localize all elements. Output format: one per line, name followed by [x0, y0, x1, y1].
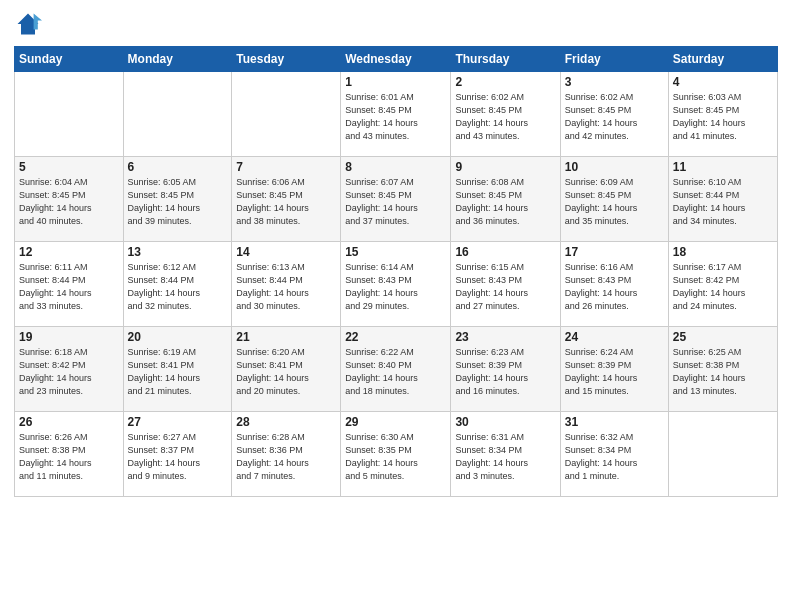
day-info: Sunrise: 6:26 AM Sunset: 8:38 PM Dayligh… — [19, 431, 119, 483]
day-info: Sunrise: 6:17 AM Sunset: 8:42 PM Dayligh… — [673, 261, 773, 313]
calendar-header-row: SundayMondayTuesdayWednesdayThursdayFrid… — [15, 47, 778, 72]
calendar-table: SundayMondayTuesdayWednesdayThursdayFrid… — [14, 46, 778, 497]
calendar-cell: 6Sunrise: 6:05 AM Sunset: 8:45 PM Daylig… — [123, 157, 232, 242]
calendar-cell: 1Sunrise: 6:01 AM Sunset: 8:45 PM Daylig… — [341, 72, 451, 157]
calendar-cell: 9Sunrise: 6:08 AM Sunset: 8:45 PM Daylig… — [451, 157, 560, 242]
day-number: 30 — [455, 415, 555, 429]
day-number: 23 — [455, 330, 555, 344]
day-number: 5 — [19, 160, 119, 174]
day-info: Sunrise: 6:04 AM Sunset: 8:45 PM Dayligh… — [19, 176, 119, 228]
calendar-cell: 24Sunrise: 6:24 AM Sunset: 8:39 PM Dayli… — [560, 327, 668, 412]
day-number: 29 — [345, 415, 446, 429]
day-number: 7 — [236, 160, 336, 174]
day-info: Sunrise: 6:16 AM Sunset: 8:43 PM Dayligh… — [565, 261, 664, 313]
calendar-weekday-header: Wednesday — [341, 47, 451, 72]
day-number: 14 — [236, 245, 336, 259]
day-info: Sunrise: 6:03 AM Sunset: 8:45 PM Dayligh… — [673, 91, 773, 143]
day-info: Sunrise: 6:22 AM Sunset: 8:40 PM Dayligh… — [345, 346, 446, 398]
header — [14, 10, 778, 38]
calendar-cell: 30Sunrise: 6:31 AM Sunset: 8:34 PM Dayli… — [451, 412, 560, 497]
calendar-cell — [232, 72, 341, 157]
day-info: Sunrise: 6:01 AM Sunset: 8:45 PM Dayligh… — [345, 91, 446, 143]
day-info: Sunrise: 6:02 AM Sunset: 8:45 PM Dayligh… — [565, 91, 664, 143]
day-info: Sunrise: 6:18 AM Sunset: 8:42 PM Dayligh… — [19, 346, 119, 398]
logo — [14, 10, 46, 38]
calendar-cell: 4Sunrise: 6:03 AM Sunset: 8:45 PM Daylig… — [668, 72, 777, 157]
calendar-cell — [15, 72, 124, 157]
calendar-cell: 10Sunrise: 6:09 AM Sunset: 8:45 PM Dayli… — [560, 157, 668, 242]
calendar-cell: 27Sunrise: 6:27 AM Sunset: 8:37 PM Dayli… — [123, 412, 232, 497]
day-number: 13 — [128, 245, 228, 259]
calendar-cell: 8Sunrise: 6:07 AM Sunset: 8:45 PM Daylig… — [341, 157, 451, 242]
day-number: 16 — [455, 245, 555, 259]
calendar-cell: 19Sunrise: 6:18 AM Sunset: 8:42 PM Dayli… — [15, 327, 124, 412]
day-number: 18 — [673, 245, 773, 259]
day-info: Sunrise: 6:05 AM Sunset: 8:45 PM Dayligh… — [128, 176, 228, 228]
day-number: 11 — [673, 160, 773, 174]
day-number: 28 — [236, 415, 336, 429]
day-info: Sunrise: 6:11 AM Sunset: 8:44 PM Dayligh… — [19, 261, 119, 313]
day-info: Sunrise: 6:23 AM Sunset: 8:39 PM Dayligh… — [455, 346, 555, 398]
calendar-week-row: 19Sunrise: 6:18 AM Sunset: 8:42 PM Dayli… — [15, 327, 778, 412]
calendar-cell: 28Sunrise: 6:28 AM Sunset: 8:36 PM Dayli… — [232, 412, 341, 497]
calendar-cell: 5Sunrise: 6:04 AM Sunset: 8:45 PM Daylig… — [15, 157, 124, 242]
day-number: 27 — [128, 415, 228, 429]
calendar-cell: 13Sunrise: 6:12 AM Sunset: 8:44 PM Dayli… — [123, 242, 232, 327]
day-info: Sunrise: 6:02 AM Sunset: 8:45 PM Dayligh… — [455, 91, 555, 143]
calendar-cell: 14Sunrise: 6:13 AM Sunset: 8:44 PM Dayli… — [232, 242, 341, 327]
calendar-cell: 15Sunrise: 6:14 AM Sunset: 8:43 PM Dayli… — [341, 242, 451, 327]
day-number: 9 — [455, 160, 555, 174]
calendar-cell: 11Sunrise: 6:10 AM Sunset: 8:44 PM Dayli… — [668, 157, 777, 242]
calendar-cell: 2Sunrise: 6:02 AM Sunset: 8:45 PM Daylig… — [451, 72, 560, 157]
calendar-cell — [668, 412, 777, 497]
calendar-cell: 7Sunrise: 6:06 AM Sunset: 8:45 PM Daylig… — [232, 157, 341, 242]
day-info: Sunrise: 6:09 AM Sunset: 8:45 PM Dayligh… — [565, 176, 664, 228]
calendar-cell: 22Sunrise: 6:22 AM Sunset: 8:40 PM Dayli… — [341, 327, 451, 412]
page: SundayMondayTuesdayWednesdayThursdayFrid… — [0, 0, 792, 612]
calendar-cell — [123, 72, 232, 157]
calendar-week-row: 26Sunrise: 6:26 AM Sunset: 8:38 PM Dayli… — [15, 412, 778, 497]
calendar-week-row: 5Sunrise: 6:04 AM Sunset: 8:45 PM Daylig… — [15, 157, 778, 242]
day-number: 2 — [455, 75, 555, 89]
calendar-cell: 23Sunrise: 6:23 AM Sunset: 8:39 PM Dayli… — [451, 327, 560, 412]
day-number: 24 — [565, 330, 664, 344]
day-info: Sunrise: 6:28 AM Sunset: 8:36 PM Dayligh… — [236, 431, 336, 483]
calendar-weekday-header: Thursday — [451, 47, 560, 72]
day-number: 8 — [345, 160, 446, 174]
calendar-weekday-header: Monday — [123, 47, 232, 72]
day-number: 19 — [19, 330, 119, 344]
calendar-cell: 31Sunrise: 6:32 AM Sunset: 8:34 PM Dayli… — [560, 412, 668, 497]
day-number: 10 — [565, 160, 664, 174]
calendar-cell: 21Sunrise: 6:20 AM Sunset: 8:41 PM Dayli… — [232, 327, 341, 412]
calendar-weekday-header: Sunday — [15, 47, 124, 72]
calendar-cell: 26Sunrise: 6:26 AM Sunset: 8:38 PM Dayli… — [15, 412, 124, 497]
calendar-weekday-header: Saturday — [668, 47, 777, 72]
day-info: Sunrise: 6:08 AM Sunset: 8:45 PM Dayligh… — [455, 176, 555, 228]
day-number: 1 — [345, 75, 446, 89]
day-number: 6 — [128, 160, 228, 174]
calendar-weekday-header: Tuesday — [232, 47, 341, 72]
day-number: 22 — [345, 330, 446, 344]
calendar-cell: 18Sunrise: 6:17 AM Sunset: 8:42 PM Dayli… — [668, 242, 777, 327]
calendar-weekday-header: Friday — [560, 47, 668, 72]
day-number: 26 — [19, 415, 119, 429]
day-number: 3 — [565, 75, 664, 89]
day-number: 17 — [565, 245, 664, 259]
day-info: Sunrise: 6:27 AM Sunset: 8:37 PM Dayligh… — [128, 431, 228, 483]
calendar-cell: 29Sunrise: 6:30 AM Sunset: 8:35 PM Dayli… — [341, 412, 451, 497]
day-number: 21 — [236, 330, 336, 344]
calendar-cell: 25Sunrise: 6:25 AM Sunset: 8:38 PM Dayli… — [668, 327, 777, 412]
calendar-week-row: 12Sunrise: 6:11 AM Sunset: 8:44 PM Dayli… — [15, 242, 778, 327]
day-info: Sunrise: 6:13 AM Sunset: 8:44 PM Dayligh… — [236, 261, 336, 313]
day-number: 4 — [673, 75, 773, 89]
day-info: Sunrise: 6:32 AM Sunset: 8:34 PM Dayligh… — [565, 431, 664, 483]
day-info: Sunrise: 6:15 AM Sunset: 8:43 PM Dayligh… — [455, 261, 555, 313]
day-number: 31 — [565, 415, 664, 429]
calendar-cell: 12Sunrise: 6:11 AM Sunset: 8:44 PM Dayli… — [15, 242, 124, 327]
svg-marker-1 — [34, 14, 42, 30]
day-info: Sunrise: 6:19 AM Sunset: 8:41 PM Dayligh… — [128, 346, 228, 398]
day-number: 20 — [128, 330, 228, 344]
day-info: Sunrise: 6:07 AM Sunset: 8:45 PM Dayligh… — [345, 176, 446, 228]
day-info: Sunrise: 6:24 AM Sunset: 8:39 PM Dayligh… — [565, 346, 664, 398]
calendar-week-row: 1Sunrise: 6:01 AM Sunset: 8:45 PM Daylig… — [15, 72, 778, 157]
